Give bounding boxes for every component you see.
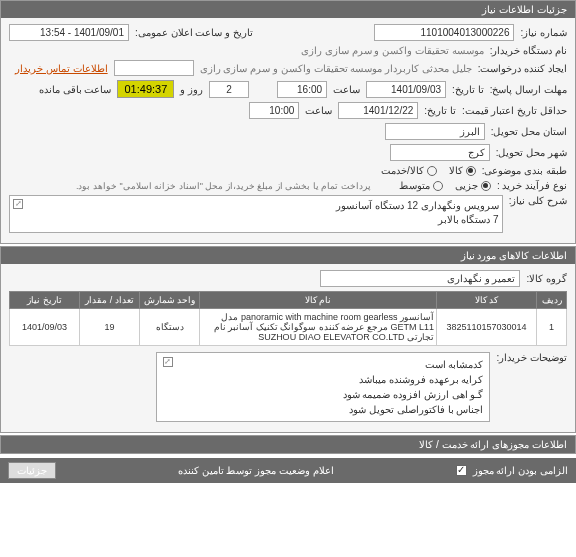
cell-code: 3825110157030014 bbox=[437, 309, 537, 346]
cell-need-date: 1401/09/03 bbox=[10, 309, 80, 346]
confirm-label: اعلام وضعیت مجوز توسط تامین کننده bbox=[178, 465, 334, 476]
radio-jozei-label: جزیی bbox=[455, 180, 478, 191]
cell-qty: 19 bbox=[80, 309, 140, 346]
desc-text: سرویس ونگهداری 12 دستگاه آسانسور 7 دستگا… bbox=[336, 200, 498, 225]
requester-label: ایجاد کننده درخواست: bbox=[478, 63, 567, 74]
buyer-notes-label: توضیحات خریدار: bbox=[496, 352, 567, 363]
buy-type-label: نوع فرآیند خرید : bbox=[497, 180, 567, 191]
cell-name: آسانسور panoramic with machine room gear… bbox=[200, 309, 437, 346]
payment-note: پرداخت تمام یا بخشی از مبلغ خرید،از محل … bbox=[76, 181, 371, 191]
items-panel: اطلاعات کالاهای مورد نیاز گروه کالا: تعم… bbox=[0, 246, 576, 433]
buyer-contact-link[interactable]: اطلاعات تماس خریدار bbox=[15, 63, 108, 74]
buyer-notes-text: کدمشابه است کرایه برعهده فروشنده میباشد … bbox=[343, 359, 484, 415]
items-header: اطلاعات کالاهای مورد نیاز bbox=[1, 247, 575, 264]
footer-row: الزامی بودن ارائه مجوز اعلام وضعیت مجوز … bbox=[0, 458, 576, 483]
buyer-value: موسسه تحقیقات واکسن و سرم سازی رازی bbox=[301, 45, 484, 56]
announce-date-value: 1401/09/01 - 13:54 bbox=[9, 24, 129, 41]
announce-date-label: تاریخ و ساعت اعلان عمومی: bbox=[135, 27, 253, 38]
col-qty: تعداد / مقدار bbox=[80, 292, 140, 309]
need-details-header: جزئیات اطلاعات نیاز bbox=[1, 1, 575, 18]
need-description[interactable]: ⤢ سرویس ونگهداری 12 دستگاه آسانسور 7 دست… bbox=[9, 195, 503, 233]
permits-panel: اطلاعات مجوزهای ارائه خدمت / کالا bbox=[0, 435, 576, 454]
table-row[interactable]: 1 3825110157030014 آسانسور panoramic wit… bbox=[10, 309, 567, 346]
need-no-value: 1101004013000226 bbox=[374, 24, 514, 41]
deadline-time-label: ساعت bbox=[333, 84, 360, 95]
details-button[interactable]: جزئیات bbox=[8, 462, 56, 479]
buy-type-radio-group: جزیی متوسط bbox=[399, 180, 491, 191]
deadline-ta-label: تا تاریخ: bbox=[452, 84, 484, 95]
items-table: ردیف کد کالا نام کالا واحد شمارش تعداد /… bbox=[9, 291, 567, 346]
mandatory-checkbox[interactable] bbox=[456, 465, 467, 476]
radio-kala-label: کالا bbox=[449, 165, 463, 176]
radio-motavaset[interactable] bbox=[433, 181, 443, 191]
requester-value: جلیل محدثی کاربردار موسسه تحقیقات واکسن … bbox=[200, 63, 472, 74]
col-row: ردیف bbox=[537, 292, 567, 309]
expand-icon[interactable]: ⤢ bbox=[163, 357, 173, 367]
permits-header: اطلاعات مجوزهای ارائه خدمت / کالا bbox=[1, 436, 575, 453]
province-value: البرز bbox=[385, 123, 485, 140]
cell-unit: دستگاه bbox=[140, 309, 200, 346]
deadline-time: 16:00 bbox=[277, 81, 327, 98]
city-label: شهر محل تحویل: bbox=[496, 147, 567, 158]
radio-motavaset-label: متوسط bbox=[399, 180, 430, 191]
col-name: نام کالا bbox=[200, 292, 437, 309]
province-label: استان محل تحویل: bbox=[491, 126, 567, 137]
col-unit: واحد شمارش bbox=[140, 292, 200, 309]
credit-ta-label: تا تاریخ: bbox=[424, 105, 456, 116]
radio-service-label: کالا/خدمت bbox=[381, 165, 424, 176]
col-need-date: تاریخ نیاز bbox=[10, 292, 80, 309]
deadline-date: 1401/09/03 bbox=[366, 81, 446, 98]
expand-icon[interactable]: ⤢ bbox=[13, 199, 23, 209]
radio-service[interactable] bbox=[427, 166, 437, 176]
buyer-notes: ⤢ کدمشابه است کرایه برعهده فروشنده میباش… bbox=[156, 352, 491, 422]
need-no-label: شماره نیاز: bbox=[520, 27, 567, 38]
buyer-label: نام دستگاه خریدار: bbox=[490, 45, 567, 56]
category-radio-group: کالا کالا/خدمت bbox=[381, 165, 476, 176]
credit-time-label: ساعت bbox=[305, 105, 332, 116]
need-details-panel: جزئیات اطلاعات نیاز شماره نیاز: 11010040… bbox=[0, 0, 576, 244]
desc-label: شرح کلی نیاز: bbox=[509, 195, 567, 206]
city-value: کرج bbox=[390, 144, 490, 161]
category-label: طبقه بندی موضوعی: bbox=[482, 165, 567, 176]
credit-time: 10:00 bbox=[249, 102, 299, 119]
group-value: تعمیر و نگهداری bbox=[320, 270, 520, 287]
credit-label: حداقل تاریخ اعتبار قیمت: bbox=[462, 105, 567, 116]
days-and-label: روز و bbox=[180, 84, 203, 95]
days-remaining: 2 bbox=[209, 81, 249, 98]
remain-label: ساعت باقی مانده bbox=[39, 84, 112, 95]
credit-date: 1401/12/22 bbox=[338, 102, 418, 119]
requester-input[interactable] bbox=[114, 60, 194, 76]
radio-kala[interactable] bbox=[466, 166, 476, 176]
col-code: کد کالا bbox=[437, 292, 537, 309]
radio-jozei[interactable] bbox=[481, 181, 491, 191]
deadline-label: مهلت ارسال پاسخ: bbox=[490, 84, 567, 95]
mandatory-label: الزامی بودن ارائه مجوز bbox=[473, 465, 568, 476]
countdown-timer: 01:49:37 bbox=[117, 80, 174, 98]
cell-row: 1 bbox=[537, 309, 567, 346]
group-label: گروه کالا: bbox=[526, 273, 567, 284]
